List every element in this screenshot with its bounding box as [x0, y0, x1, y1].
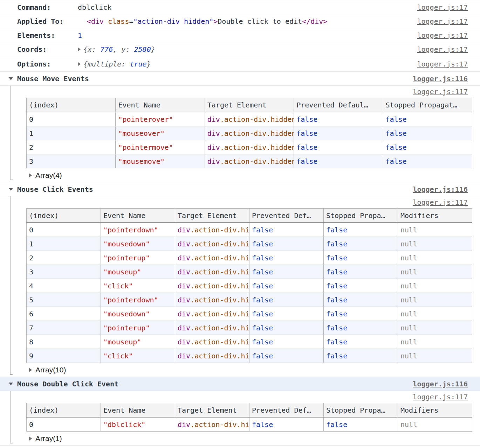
cell-target: div.action-div.hidden	[205, 140, 294, 154]
source-location-link[interactable]: logger.js:17	[417, 45, 468, 54]
expand-triangle-icon[interactable]	[29, 368, 32, 372]
table-row: 6"mousedown"div.action-div.hiddenfalsefa…	[27, 307, 472, 321]
cell-event: "pointerup"	[101, 321, 175, 335]
array-label[interactable]: Array(4)	[35, 171, 62, 180]
console-message-options: Options: {multiple: true} logger.js:17	[0, 56, 480, 72]
column-header-modifiers[interactable]: Modifiers	[398, 403, 472, 418]
collapse-triangle-icon[interactable]	[9, 188, 13, 191]
column-header-stopped[interactable]: Stopped Propagat…	[383, 98, 472, 112]
element-classes: .action-div.hidden	[190, 226, 249, 234]
column-header-index[interactable]: (index)	[27, 403, 101, 418]
column-header-prevented[interactable]: Prevented Defaul…	[294, 98, 383, 112]
cell-target: div.action-div.hidden	[175, 251, 249, 265]
preview-text: }	[151, 45, 155, 54]
column-header-target[interactable]: Target Element	[205, 98, 294, 112]
cell-stopped: false	[324, 335, 398, 349]
source-location-link[interactable]: logger.js:117	[413, 88, 468, 96]
preview-text: {x:	[83, 45, 100, 54]
cell-target: div.action-div.hidden	[205, 126, 294, 140]
column-header-prevented[interactable]: Prevented Def…	[249, 209, 324, 223]
expand-triangle-icon[interactable]	[29, 173, 32, 177]
cell-index: 1	[27, 237, 101, 251]
cell-target: div.action-div.hidden	[175, 417, 249, 432]
source-location-link[interactable]: logger.js:117	[413, 198, 468, 206]
element-tag: div	[207, 157, 220, 166]
cell-stopped: false	[324, 417, 398, 432]
source-location-link[interactable]: logger.js:116	[413, 380, 468, 388]
source-location-link[interactable]: logger.js:17	[417, 60, 468, 68]
column-header-event[interactable]: Event Name	[116, 98, 205, 112]
coord-x-value: 776	[100, 45, 113, 54]
source-location-link[interactable]: logger.js:116	[413, 75, 468, 83]
table-source-row: logger.js:117	[0, 196, 480, 208]
command-label: Command:	[17, 3, 78, 12]
column-header-event[interactable]: Event Name	[101, 403, 175, 418]
expand-triangle-icon[interactable]	[78, 47, 81, 51]
cell-event: "pointermove"	[116, 140, 205, 154]
coords-object-preview[interactable]: {x: 776, y: 2580}	[83, 45, 155, 54]
options-object-preview[interactable]: {multiple: true}	[83, 60, 151, 68]
group-header-mouse-double-click-event[interactable]: Mouse Double Click Event logger.js:116	[0, 377, 480, 391]
multiple-value: true	[130, 60, 146, 68]
message-content: Applied To: <div class="action-div hidde…	[17, 17, 413, 26]
element-tag: div	[178, 282, 190, 290]
column-header-stopped[interactable]: Stopped Propa…	[324, 403, 398, 418]
cell-event: "mouseup"	[101, 335, 175, 349]
element-classes: .action-div.hidden	[190, 310, 249, 318]
column-header-target[interactable]: Target Element	[175, 209, 249, 223]
element-tag: div	[178, 296, 190, 304]
column-header-target[interactable]: Target Element	[175, 403, 249, 418]
element-attr-name: class	[104, 17, 129, 26]
element-tag: div	[178, 310, 190, 318]
cell-target: div.action-div.hidden	[175, 321, 249, 335]
column-header-index[interactable]: (index)	[27, 98, 116, 112]
cell-target: div.action-div.hidden	[205, 112, 294, 126]
group-title: Mouse Double Click Event	[17, 380, 409, 388]
source-location-link[interactable]: logger.js:117	[413, 393, 468, 401]
element-preview[interactable]: <div class="action-div hidden">Double cl…	[78, 17, 327, 26]
cell-target: div.action-div.hidden	[175, 223, 249, 237]
cell-stopped: false	[324, 321, 398, 335]
mouse-move-events-table: (index)Event NameTarget ElementPrevented…	[26, 98, 472, 168]
cell-stopped: false	[324, 307, 398, 321]
collapse-triangle-icon[interactable]	[9, 383, 13, 385]
cell-index: 3	[27, 265, 101, 279]
source-location-link[interactable]: logger.js:116	[413, 185, 468, 194]
cell-event: "click"	[101, 279, 175, 293]
cell-modifiers: null	[398, 251, 472, 265]
column-header-modifiers[interactable]: Modifiers	[398, 209, 472, 223]
table-row: 8"mouseup"div.action-div.hiddenfalsefals…	[27, 335, 472, 349]
column-header-stopped[interactable]: Stopped Propa…	[324, 209, 398, 223]
mouse-click-events-table: (index)Event NameTarget ElementPrevented…	[26, 208, 472, 363]
element-tag-gt: >	[213, 17, 218, 26]
cell-modifiers: null	[398, 237, 472, 251]
cell-prevented: false	[249, 223, 324, 237]
source-location-link[interactable]: logger.js:17	[417, 17, 468, 26]
source-location-link[interactable]: logger.js:17	[417, 31, 468, 40]
column-header-prevented[interactable]: Prevented Def…	[249, 403, 324, 418]
array-label[interactable]: Array(1)	[35, 434, 62, 443]
element-classes: .action-div.hidden	[220, 157, 294, 166]
group-title: Mouse Move Events	[17, 75, 409, 83]
options-label: Options:	[17, 60, 78, 68]
column-header-index[interactable]: (index)	[27, 209, 101, 223]
cell-prevented: false	[249, 251, 324, 265]
expand-triangle-icon[interactable]	[78, 62, 81, 66]
source-location-link[interactable]: logger.js:17	[417, 3, 468, 12]
group-header-mouse-click-events[interactable]: Mouse Click Events logger.js:116	[0, 182, 480, 196]
expand-triangle-icon[interactable]	[29, 436, 32, 441]
cell-prevented: false	[249, 321, 324, 335]
cell-prevented: false	[249, 237, 324, 251]
cell-prevented: false	[294, 154, 383, 168]
collapse-triangle-icon[interactable]	[9, 77, 13, 80]
table-row: 9"click"div.action-div.hiddenfalsefalsen…	[27, 349, 472, 363]
cell-index: 4	[27, 279, 101, 293]
cell-event: "pointerdown"	[101, 223, 175, 237]
group-content-mouse-double-click-event: logger.js:117 (index)Event NameTarget El…	[0, 391, 480, 446]
column-header-event[interactable]: Event Name	[101, 209, 175, 223]
array-label[interactable]: Array(10)	[35, 366, 66, 374]
element-tag: div	[207, 143, 220, 152]
group-header-mouse-move-events[interactable]: Mouse Move Events logger.js:116	[0, 72, 480, 86]
element-close-tag: </div>	[302, 17, 327, 26]
group-content-mouse-move-events: logger.js:117 (index)Event NameTarget El…	[0, 86, 480, 182]
